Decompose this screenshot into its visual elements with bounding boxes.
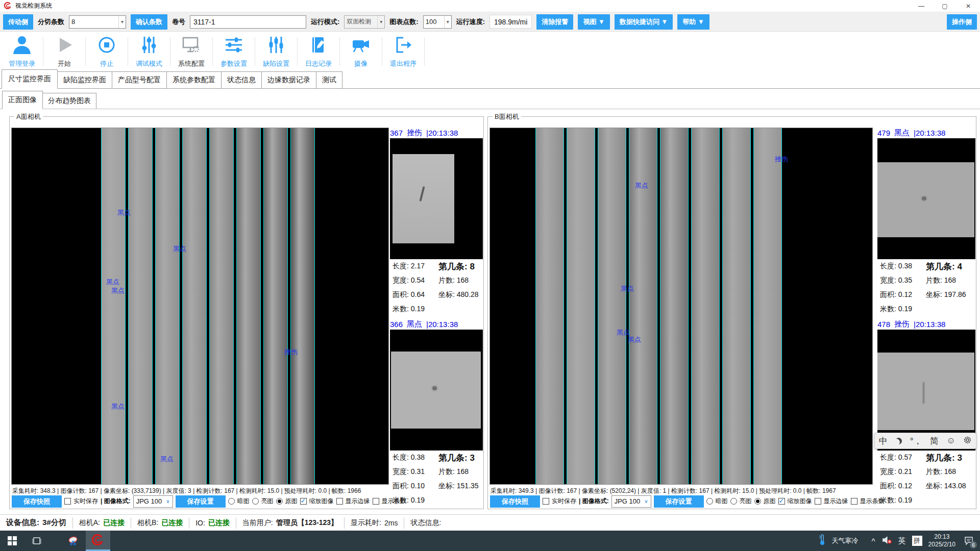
confirm-count-button[interactable]: 确认条数 bbox=[131, 14, 167, 30]
show-strip-count-checkbox[interactable] bbox=[373, 498, 379, 505]
video-capture-button[interactable]: 摄像 bbox=[340, 34, 382, 69]
emoji-button[interactable]: ☺ bbox=[946, 436, 955, 446]
maximize-button[interactable]: ▢ bbox=[933, 0, 957, 12]
ime-chinese-mode-button[interactable]: 中 bbox=[879, 435, 888, 447]
moon-icon[interactable] bbox=[895, 438, 902, 444]
io-status-label: IO: bbox=[195, 519, 205, 527]
original-image-radio[interactable] bbox=[276, 498, 283, 505]
tab-front-image[interactable]: 正面图像 bbox=[2, 91, 43, 109]
taskbar-clock[interactable]: 20:13 2025/2/10 bbox=[928, 533, 955, 548]
defect-card[interactable]: 366 黑点 |20:13:38 长度: 0.38 第几条: 3 宽度: 0.3… bbox=[390, 319, 483, 508]
cut-strip bbox=[660, 128, 689, 484]
slit-count-select[interactable]: 8 ▾ bbox=[69, 15, 126, 29]
defect-time: |20:13:38 bbox=[914, 320, 945, 329]
defect-coord: 480.28 bbox=[457, 290, 479, 298]
save-snapshot-button[interactable]: 保存快照 bbox=[12, 495, 62, 508]
defect-card[interactable]: 367 挫伤 |20:13:38 长度: 2.17 第几条: 8 宽度: 0.5… bbox=[390, 128, 483, 316]
tab-edge-data-record[interactable]: 边缘数据记录 bbox=[261, 71, 316, 88]
tab-system-param-config[interactable]: 系统参数配置 bbox=[166, 71, 222, 88]
tab-defect-monitor[interactable]: 缺陷监控界面 bbox=[57, 71, 112, 88]
log-book-icon bbox=[307, 35, 330, 57]
bright-image-radio[interactable] bbox=[252, 498, 259, 505]
drive-side-button[interactable]: 传动侧 bbox=[3, 14, 33, 30]
dark-image-radio[interactable] bbox=[228, 498, 235, 505]
show-edge-checkbox[interactable] bbox=[336, 498, 343, 505]
realtime-save-checkbox[interactable] bbox=[543, 498, 549, 505]
dark-image-radio[interactable] bbox=[706, 498, 713, 505]
debug-sliders-icon bbox=[138, 35, 160, 57]
close-button[interactable]: ✕ bbox=[957, 0, 980, 12]
ime-indicator[interactable]: 拼 bbox=[912, 536, 922, 546]
run-speed-value: 198.9m/mi bbox=[489, 15, 532, 29]
realtime-save-checkbox[interactable] bbox=[64, 498, 71, 505]
bright-image-radio[interactable] bbox=[730, 498, 737, 505]
roll-number-input[interactable] bbox=[190, 15, 306, 29]
camera-a-status-label: 相机A: bbox=[79, 518, 100, 528]
debug-mode-button[interactable]: 调试模式 bbox=[128, 34, 170, 69]
save-settings-button[interactable]: 保存设置 bbox=[176, 495, 226, 508]
log-record-button[interactable]: 日志记录 bbox=[298, 34, 339, 69]
minimize-button[interactable]: — bbox=[910, 0, 933, 12]
defect-area: 0.64 bbox=[411, 290, 425, 298]
tab-test[interactable]: 测试 bbox=[316, 71, 342, 88]
tab-status-info[interactable]: 状态信息 bbox=[221, 71, 262, 88]
show-strip-count-checkbox[interactable] bbox=[851, 498, 857, 505]
save-settings-button[interactable]: 保存设置 bbox=[654, 495, 704, 508]
operate-side-button[interactable]: 操作侧 bbox=[947, 14, 977, 30]
weather-status[interactable]: 天气寒冷 bbox=[832, 536, 859, 545]
zoom-image-checkbox[interactable] bbox=[778, 498, 785, 505]
defect-pieces: 168 bbox=[944, 276, 956, 284]
defect-id: 479 bbox=[877, 129, 890, 137]
chevron-down-icon: ∨ bbox=[644, 498, 648, 504]
stop-button[interactable]: 停止 bbox=[86, 34, 128, 69]
zoom-image-checkbox[interactable] bbox=[300, 498, 307, 505]
cut-strip bbox=[236, 128, 261, 484]
image-format-select[interactable]: JPG 100 ∨ bbox=[133, 495, 173, 508]
clear-alarm-button[interactable]: 清除报警 bbox=[536, 14, 573, 30]
camera-b-defect-list: 479 黑点 |20:13:38 长度: 0.38 第几条: 4 宽度: 0.3… bbox=[877, 128, 975, 508]
snipping-tool-button[interactable] bbox=[61, 531, 86, 551]
parameter-settings-button[interactable]: 参数设置 bbox=[213, 34, 255, 69]
task-view-button[interactable] bbox=[24, 531, 49, 551]
start-button[interactable] bbox=[0, 531, 24, 551]
cut-strip bbox=[567, 128, 595, 484]
defect-settings-button[interactable]: 缺陷设置 bbox=[255, 34, 297, 69]
image-format-select[interactable]: JPG 100 ∨ bbox=[611, 495, 651, 508]
status-info-label: 状态信息: bbox=[410, 518, 441, 528]
chevron-down-icon: ∨ bbox=[166, 498, 169, 504]
defect-marker-label: 黑点 bbox=[173, 244, 186, 254]
system-config-button[interactable]: 系统配置 bbox=[170, 34, 212, 69]
defect-card[interactable]: 478 挫伤 |20:13:38 长度: 0.57 第几条: 3 宽度: 0.2… bbox=[877, 319, 975, 508]
admin-login-button[interactable]: 管理登录 bbox=[1, 34, 43, 69]
current-user-label: 当前用户: bbox=[242, 518, 273, 528]
notification-center-button[interactable]: 6 bbox=[962, 534, 976, 548]
language-indicator[interactable]: 英 bbox=[898, 536, 906, 546]
ime-settings-gear-icon[interactable] bbox=[963, 436, 972, 446]
tab-size-monitor[interactable]: 尺寸监控界面 bbox=[2, 69, 58, 89]
show-edge-checkbox[interactable] bbox=[815, 498, 821, 505]
data-quick-access-menu-button[interactable]: 数据快捷访问 ▼ bbox=[615, 14, 673, 30]
ime-simplified-button[interactable]: 简 bbox=[930, 435, 939, 447]
original-image-radio[interactable] bbox=[754, 498, 761, 505]
vision-app-taskbar-button[interactable] bbox=[86, 531, 110, 551]
tab-product-model-config[interactable]: 产品型号配置 bbox=[112, 71, 167, 88]
hidden-icons-chevron[interactable]: ^ bbox=[872, 537, 875, 545]
display-time-value: 2ms bbox=[384, 519, 398, 527]
start-button[interactable]: 开始 bbox=[43, 34, 85, 69]
view-menu-button[interactable]: 视图 ▼ bbox=[578, 14, 609, 30]
run-mode-value: 双面检测 bbox=[347, 17, 371, 26]
defect-strip-no: 4 bbox=[957, 262, 962, 271]
monitor-gear-icon bbox=[180, 35, 203, 57]
run-mode-select[interactable]: 双面检测 ▾ bbox=[344, 15, 385, 29]
camera-a-stats: 采集耗时: 348.3 | 图像计数: 167 | 像素坐标: (333,713… bbox=[12, 487, 361, 495]
defect-card[interactable]: 479 黑点 |20:13:38 长度: 0.38 第几条: 4 宽度: 0.3… bbox=[877, 128, 975, 316]
cut-strip bbox=[691, 128, 720, 484]
save-snapshot-button[interactable]: 保存快照 bbox=[490, 495, 540, 508]
exit-program-button[interactable]: 退出程序 bbox=[382, 34, 424, 69]
tab-distribution-trend-chart[interactable]: 分布趋势图表 bbox=[42, 93, 96, 109]
help-menu-button[interactable]: 帮助 ▼ bbox=[677, 14, 709, 30]
muted-speaker-icon[interactable] bbox=[881, 536, 892, 546]
chart-points-select[interactable]: 100 ▾ bbox=[423, 15, 452, 29]
defect-meters: 0.19 bbox=[411, 496, 425, 504]
ime-punctuation-button[interactable]: °， bbox=[910, 435, 922, 447]
